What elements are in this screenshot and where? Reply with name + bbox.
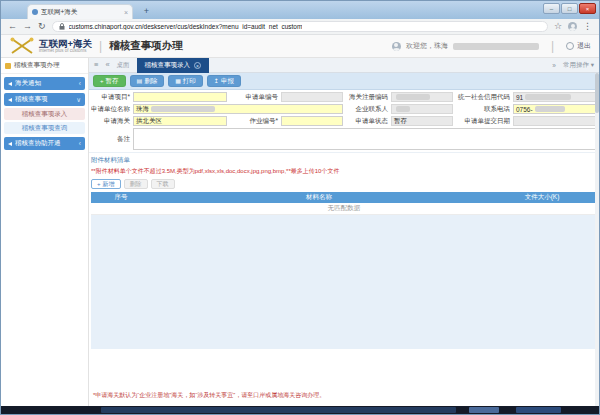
sidebar-item-audit-query[interactable]: 稽核查事项查询 [4, 122, 85, 134]
redacted-value [151, 106, 215, 112]
customs-logo-icon [9, 37, 35, 55]
submit-date-input [513, 116, 597, 126]
print-button[interactable]: ▦ 打印 [168, 75, 203, 87]
attachments-section: 附件材料清单 **附件材料单个文件不超过3.5M,类型为pdf,xlsx,xls… [89, 153, 599, 349]
user-icon [392, 42, 401, 51]
column-header: 材料名称 [151, 193, 487, 202]
delete-attachment-button: 删除 [124, 179, 148, 189]
empty-table-row: 无匹配数据 [91, 203, 597, 215]
folder-icon [5, 63, 11, 69]
phone-input[interactable]: 0756- [513, 104, 597, 114]
browser-titlebar: 互联网+海关 × + – □ × [1, 1, 599, 19]
url-field[interactable]: customs.chinaport.gov.cn/deskserver/cus/… [52, 21, 548, 32]
chevron-down-icon: ∨ [76, 96, 81, 104]
tab-audit-entry[interactable]: 稽核查事项录入 × [137, 58, 210, 73]
url-text: customs.chinaport.gov.cn/deskserver/cus/… [69, 23, 303, 30]
save-draft-button[interactable]: + 暂存 [93, 75, 126, 87]
redacted-value [525, 94, 571, 100]
tab-close-icon[interactable]: × [194, 62, 201, 69]
sidebar-item-audit-matters[interactable]: 稽核查事项 ∨ [4, 93, 85, 106]
caret-down-icon: ▾ [591, 61, 594, 68]
field-label: 企业联系人 [343, 105, 391, 114]
reg-code-input [391, 92, 453, 102]
sidebar: 稽核查事项办理 海关通知 ‹ 稽核查事项 ∨ 稽核查事项录入 稽核查事项查询 稽… [1, 58, 89, 406]
header-user-area: 欢迎您，珠海 | 退出 [392, 39, 591, 53]
browser-menu-icon[interactable]: ⋮ [583, 22, 592, 31]
taskbar [1, 406, 599, 414]
field-label: 申请海关 [91, 117, 133, 126]
bookmark-star-icon[interactable]: ☆ [554, 22, 562, 31]
forward-icon[interactable]: → [23, 22, 32, 31]
sidebar-title: 稽核查事项办理 [1, 58, 88, 74]
add-attachment-button[interactable]: + 新增 [91, 179, 121, 189]
sidebar-item-audit-assist[interactable]: 稽核查协助开通 ‹ [4, 137, 85, 150]
speaker-icon [8, 82, 12, 86]
contact-input [391, 104, 453, 114]
field-label: 作业编号* [227, 117, 281, 126]
job-no-input[interactable] [281, 116, 343, 126]
menu-icon[interactable]: ≡ [94, 61, 98, 69]
logo-subtitle: internet plus of customs [39, 49, 92, 54]
plus-icon: + [100, 78, 104, 84]
field-label: 申请单状态 [343, 117, 391, 126]
page-title: 稽核查事项办理 [109, 39, 183, 53]
redacted-username [453, 43, 539, 50]
print-icon: ▦ [175, 78, 181, 84]
minimize-button[interactable]: – [543, 3, 560, 14]
logout-button[interactable]: 退出 [566, 41, 591, 51]
close-button[interactable]: × [579, 3, 596, 14]
browser-tab[interactable]: 互联网+海关 × [27, 4, 133, 19]
browser-window: 互联网+海关 × + – □ × ← → ↻ customs.chinaport… [0, 0, 600, 415]
scroll-tabs-right-icon[interactable]: » [552, 62, 556, 69]
table-body-area [91, 215, 597, 349]
redacted-value [396, 94, 430, 100]
attachments-toolbar: + 新增 删除 下载 [91, 179, 597, 189]
speaker-icon [8, 98, 12, 102]
main-scrollbar[interactable] [595, 73, 599, 406]
profile-avatar[interactable] [568, 22, 577, 31]
field-label: 申请单位名称 [91, 105, 133, 114]
sidebar-item-audit-entry[interactable]: 稽核查事项录入 [4, 108, 85, 120]
apply-customs-input[interactable]: 拱北关区 [133, 116, 227, 126]
taskbar-segment [469, 407, 499, 413]
new-tab-button[interactable]: + [140, 5, 153, 17]
delete-button[interactable]: ▤ 删除 [130, 75, 165, 87]
footer-note: *申请海关默认为“企业注册地”海关，如“涉及转关事宜”，请至口岸或属地海关咨询办… [89, 391, 599, 406]
favicon-icon [32, 9, 38, 15]
sidebar-item-customs-notice[interactable]: 海关通知 ‹ [4, 77, 85, 90]
browser-tab-title: 互联网+海关 [41, 8, 121, 17]
maximize-button[interactable]: □ [561, 3, 578, 14]
status-input: 暂存 [391, 116, 453, 126]
attachments-title: 附件材料清单 [91, 156, 597, 165]
unit-name-input[interactable]: 珠海 [133, 104, 343, 114]
main-panel: ≡ « 桌面 稽核查事项录入 × » 常用操作 ▾ + [89, 58, 599, 406]
address-bar: ← → ↻ customs.chinaport.gov.cn/deskserve… [1, 19, 599, 35]
attachments-table-header: 序号 材料名称 文件大小(K) [91, 192, 597, 203]
tabstrip-right: » 常用操作 ▾ [552, 61, 594, 70]
scrollbar-thumb[interactable] [595, 73, 599, 113]
field-label: 统一社会信用代码 [453, 93, 513, 102]
header-divider: | [99, 39, 102, 53]
field-label: 联系电话 [453, 105, 513, 114]
scroll-tabs-left-icon[interactable]: « [105, 61, 109, 69]
content-spacer [89, 349, 599, 391]
refresh-icon[interactable]: ↻ [38, 22, 46, 31]
form-toolbar: + 暂存 ▤ 删除 ▦ 打印 ↥ 申报 [89, 73, 599, 90]
field-label: 申请项目* [91, 93, 133, 102]
field-label: 申请单编号 [227, 93, 281, 102]
redacted-value [535, 106, 565, 112]
common-actions-dropdown[interactable]: 常用操作 ▾ [563, 61, 594, 70]
plus-icon: + [97, 181, 101, 187]
field-label: 备注 [91, 135, 133, 144]
tab-desktop[interactable]: 桌面 [117, 61, 130, 70]
window-controls: – □ × [543, 3, 596, 14]
field-label: 海关注册编码 [343, 93, 391, 102]
welcome-text: 欢迎您，珠海 [406, 41, 448, 51]
declare-button[interactable]: ↥ 申报 [207, 75, 241, 87]
tab-close-icon[interactable]: × [124, 9, 128, 16]
speaker-icon [8, 142, 12, 146]
remark-textarea[interactable] [133, 128, 597, 150]
back-icon[interactable]: ← [8, 22, 17, 31]
redacted-value [396, 106, 410, 112]
apply-item-input[interactable] [133, 92, 227, 102]
